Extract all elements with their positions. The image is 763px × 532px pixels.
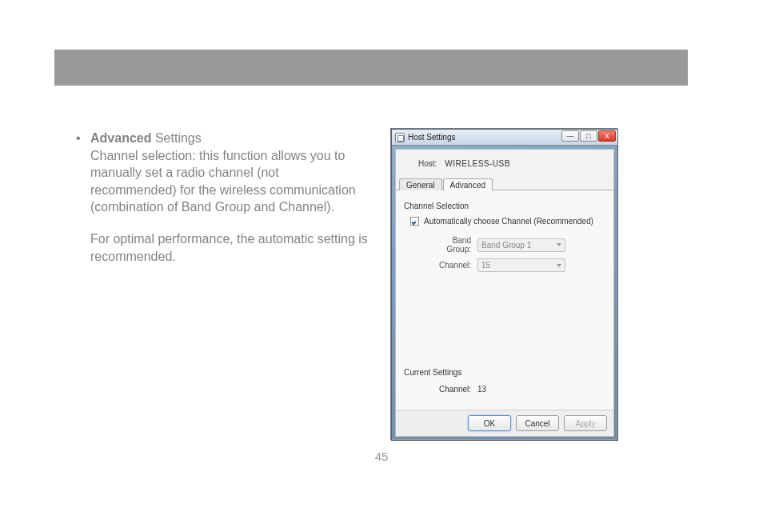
button-bar: OK Cancel Apply bbox=[396, 410, 613, 436]
band-group-label: Band Group: bbox=[426, 236, 477, 254]
page-number: 45 bbox=[0, 450, 763, 463]
host-row: Host: WIRELESS-USB bbox=[396, 150, 613, 176]
auto-channel-checkbox[interactable] bbox=[410, 217, 419, 226]
auto-channel-label: Automatically choose Channel (Recommende… bbox=[424, 217, 593, 226]
body-text-block: • Advanced Settings Channel selection: t… bbox=[76, 130, 368, 279]
cancel-button[interactable]: Cancel bbox=[516, 415, 559, 431]
app-icon bbox=[395, 133, 405, 142]
chevron-down-icon bbox=[557, 264, 561, 267]
current-settings-title: Current Settings bbox=[404, 368, 605, 377]
host-value: WIRELESS-USB bbox=[445, 159, 510, 168]
minimize-button[interactable]: — bbox=[561, 130, 579, 142]
paragraph-2: For optimal performance, the automatic s… bbox=[90, 230, 368, 265]
host-label: Host: bbox=[418, 159, 437, 168]
current-channel-label: Channel: bbox=[426, 385, 477, 394]
tab-strip: General Advanced bbox=[396, 176, 613, 190]
window-controls: — □ X bbox=[561, 130, 616, 142]
paragraph-1: Channel selection: this function allows … bbox=[90, 149, 356, 214]
chevron-down-icon bbox=[557, 243, 561, 246]
band-group-combo[interactable]: Band Group 1 bbox=[477, 238, 565, 252]
channel-combo[interactable]: 15 bbox=[477, 258, 565, 272]
maximize-button[interactable]: □ bbox=[580, 130, 597, 142]
window-title: Host Settings bbox=[408, 133, 455, 142]
auto-channel-row: Automatically choose Channel (Recommende… bbox=[410, 217, 605, 226]
header-bar bbox=[54, 50, 688, 86]
tab-panel-advanced: Channel Selection Automatically choose C… bbox=[396, 190, 613, 410]
ok-button[interactable]: OK bbox=[468, 415, 511, 431]
channel-row: Channel: 15 bbox=[426, 258, 605, 272]
titlebar[interactable]: Host Settings — □ X bbox=[392, 130, 617, 146]
current-channel-value: 13 bbox=[477, 385, 486, 394]
client-area: Host: WIRELESS-USB General Advanced Chan… bbox=[395, 149, 614, 437]
paragraph-heading: Advanced Settings Channel selection: thi… bbox=[90, 130, 368, 216]
apply-button[interactable]: Apply bbox=[564, 415, 607, 431]
band-group-row: Band Group: Band Group 1 bbox=[426, 236, 605, 254]
current-channel-row: Channel: 13 bbox=[426, 385, 605, 394]
channel-label: Channel: bbox=[426, 261, 477, 270]
band-group-value: Band Group 1 bbox=[481, 241, 531, 250]
screenshot-background: Host Settings — □ X Host: WIRELESS-USB G… bbox=[390, 128, 617, 440]
advanced-label: Advanced bbox=[90, 131, 151, 145]
bullet: • bbox=[76, 130, 81, 147]
channel-value: 15 bbox=[481, 261, 490, 270]
close-button[interactable]: X bbox=[598, 130, 616, 142]
host-settings-window: Host Settings — □ X Host: WIRELESS-USB G… bbox=[391, 129, 618, 441]
tab-general[interactable]: General bbox=[399, 178, 442, 190]
tab-advanced[interactable]: Advanced bbox=[443, 178, 493, 190]
channel-selection-title: Channel Selection bbox=[404, 202, 605, 210]
settings-label: Settings bbox=[151, 131, 201, 145]
